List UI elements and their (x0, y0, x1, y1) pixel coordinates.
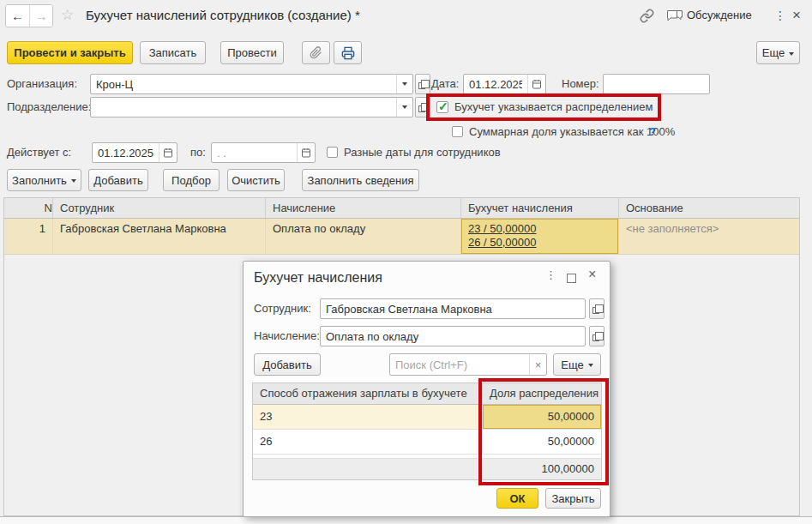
accounting-link-2[interactable]: 26 / 50,00000 (468, 236, 611, 250)
row-number-cell[interactable]: 1 (4, 219, 53, 254)
total-row: 100,00000 (253, 459, 601, 479)
back-button[interactable]: ← (6, 5, 29, 27)
help-icon[interactable]: ? (649, 123, 656, 141)
dialog-employee-field[interactable] (320, 298, 586, 319)
organization-open-button[interactable] (415, 74, 430, 94)
different-dates-checkbox-label[interactable]: Разные даты для сотрудников (344, 142, 501, 163)
column-header-employee[interactable]: Сотрудник (53, 198, 266, 218)
link-icon[interactable] (640, 9, 654, 23)
valid-to-field[interactable] (211, 142, 316, 163)
add-row-button[interactable]: Добавить (88, 169, 148, 191)
share-cell[interactable]: 50,00000 (483, 405, 601, 429)
dialog-add-button[interactable]: Добавить (254, 353, 321, 376)
share-cell[interactable]: 50,00000 (483, 430, 601, 454)
organization-dropdown-button[interactable] (396, 75, 412, 93)
method-cell[interactable]: 26 (253, 430, 483, 454)
dialog-menu-icon[interactable]: ⋮ (545, 268, 556, 281)
dialog-accrual-open-button[interactable] (589, 326, 604, 346)
basis-cell[interactable]: <не заполняется> (619, 219, 799, 254)
close-button[interactable]: Закрыть (545, 488, 601, 509)
date-field[interactable] (463, 74, 546, 94)
valid-to-calendar-button[interactable] (297, 143, 315, 162)
table-row[interactable]: 26 50,00000 (253, 430, 601, 455)
table-row[interactable]: 23 50,00000 (253, 405, 601, 430)
dialog-more-button[interactable]: Еще (553, 353, 601, 376)
dialog-close-icon[interactable]: × (588, 267, 596, 282)
total-share-checkbox-label[interactable]: Суммарная доля указывается как 100% (469, 123, 675, 144)
print-button[interactable] (334, 41, 362, 64)
fill-details-button[interactable]: Заполнить сведения (302, 169, 419, 191)
total-value-cell: 100,00000 (483, 459, 601, 479)
open-icon (418, 82, 425, 89)
valid-to-label: по: (190, 142, 206, 163)
dialog-accrual-input[interactable] (321, 327, 585, 346)
post-and-close-button[interactable]: Провести и закрыть (7, 41, 133, 64)
valid-from-input[interactable] (93, 143, 159, 162)
employee-cell[interactable]: Габровская Светлана Марковна (53, 219, 266, 254)
dialog-more-label: Еще (561, 358, 583, 371)
different-dates-checkbox[interactable] (327, 147, 338, 158)
write-button[interactable]: Записать (140, 41, 206, 64)
post-button[interactable]: Провести (220, 41, 284, 64)
valid-from-calendar-button[interactable] (159, 143, 177, 162)
number-label: Номер: (562, 74, 599, 94)
accounting-cell[interactable]: 23 / 50,00000 26 / 50,00000 (461, 219, 619, 254)
dialog-accrual-field[interactable] (320, 326, 586, 346)
distribution-checkbox[interactable]: ✓ (436, 101, 448, 113)
department-dropdown-button[interactable] (396, 98, 412, 117)
chevron-down-icon (789, 52, 794, 56)
column-header-share[interactable]: Доля распределения (483, 383, 601, 404)
dialog-employee-input[interactable] (321, 299, 585, 318)
fill-button[interactable]: Заполнить (7, 169, 81, 191)
dialog-search-field[interactable]: × (389, 353, 547, 376)
chevron-down-icon (402, 82, 407, 86)
pick-button[interactable]: Подбор (163, 169, 220, 191)
search-clear-button[interactable]: × (529, 354, 546, 375)
clear-button[interactable]: Очистить (227, 169, 285, 191)
department-input[interactable] (91, 98, 396, 117)
chevron-down-icon (588, 364, 593, 367)
chevron-down-icon (402, 105, 407, 109)
ok-button[interactable]: ОК (496, 488, 538, 509)
department-open-button[interactable] (415, 97, 430, 117)
method-cell[interactable]: 23 (253, 405, 483, 429)
date-calendar-button[interactable] (527, 75, 545, 93)
favorite-star-icon[interactable]: ☆ (61, 6, 74, 24)
total-share-checkbox[interactable] (452, 126, 463, 137)
accrual-cell[interactable]: Оплата по окладу (266, 219, 461, 254)
organization-input[interactable] (91, 75, 396, 93)
accounting-link-1[interactable]: 23 / 50,00000 (468, 222, 611, 236)
date-input[interactable] (464, 75, 527, 93)
paperclip-icon (310, 46, 322, 59)
number-field[interactable] (603, 74, 710, 94)
window-close-icon[interactable]: × (792, 0, 801, 31)
dialog-accrual-label: Начисление: (254, 326, 320, 346)
valid-from-field[interactable] (92, 142, 177, 163)
discussion-icon[interactable] (666, 9, 683, 23)
table-row[interactable]: 1 Габровская Светлана Марковна Оплата по… (4, 219, 799, 255)
department-field[interactable] (90, 97, 413, 117)
organization-field[interactable] (90, 74, 413, 94)
number-input[interactable] (604, 75, 709, 93)
fill-button-label: Заполнить (12, 174, 67, 187)
window-menu-icon[interactable]: ⋮ (774, 0, 786, 31)
calendar-icon (532, 79, 542, 89)
dialog-maximize-icon[interactable] (567, 274, 576, 283)
dialog-employee-open-button[interactable] (589, 298, 604, 319)
valid-to-input[interactable] (212, 143, 297, 162)
column-header-method[interactable]: Способ отражения зарплаты в бухучете (253, 383, 483, 404)
discussion-label[interactable]: Обсуждение (687, 0, 752, 31)
column-header-basis[interactable]: Основание (619, 198, 799, 218)
more-button[interactable]: Еще (756, 41, 800, 64)
calendar-icon (163, 148, 173, 158)
open-icon (418, 105, 425, 112)
forward-button[interactable]: → (29, 5, 52, 27)
column-header-n[interactable]: N (4, 198, 53, 218)
printer-icon (341, 46, 355, 60)
column-header-accrual[interactable]: Начисление (266, 198, 461, 218)
attachments-button[interactable] (302, 41, 330, 64)
search-input[interactable] (390, 354, 529, 375)
column-header-accounting[interactable]: Бухучет начисления (461, 198, 619, 218)
dialog-title: Бухучет начисления (254, 270, 382, 286)
distribution-checkbox-label[interactable]: Бухучет указывается распределением (454, 93, 653, 114)
